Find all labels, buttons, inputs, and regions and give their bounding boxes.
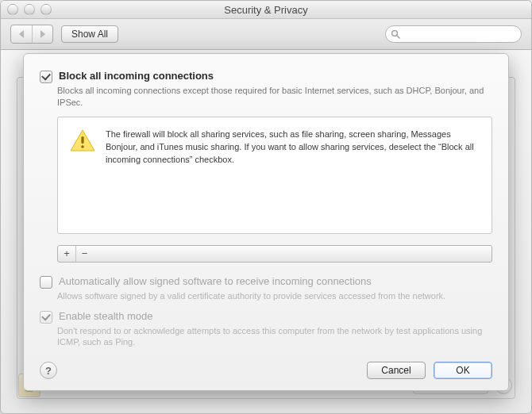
sheet-footer: ? Cancel OK [40,355,492,379]
traffic-lights [7,4,52,15]
close-window-icon[interactable] [7,4,18,15]
svg-point-4 [81,145,84,148]
firewall-options-sheet: Block all incoming connections Blocks al… [23,53,509,391]
back-button[interactable] [11,25,32,43]
auto-allow-desc: Allows software signed by a valid certif… [57,290,492,302]
block-all-label: Block all incoming connections [59,70,214,82]
titlebar: Security & Privacy [1,1,531,19]
stealth-checkbox [40,311,52,324]
search-icon [391,29,400,39]
warning-box: The firewall will block all sharing serv… [57,117,492,234]
cancel-button[interactable]: Cancel [367,362,426,379]
minimize-window-icon[interactable] [24,4,35,15]
stealth-desc: Don't respond to or acknowledge attempts… [57,325,492,349]
remove-button[interactable]: − [75,246,93,262]
forward-button[interactable] [32,25,52,43]
auto-allow-label: Automatically allow signed software to r… [59,275,372,287]
svg-rect-3 [81,136,83,144]
ok-button[interactable]: OK [434,362,492,379]
add-button[interactable]: + [58,246,75,262]
add-remove-control: + − [57,245,492,263]
triangle-right-icon [39,30,46,38]
window-title: Security & Privacy [1,4,531,16]
auto-allow-row: Automatically allow signed software to r… [40,275,492,289]
stealth-label: Enable stealth mode [59,310,153,322]
auto-allow-checkbox [40,276,52,289]
stealth-row: Enable stealth mode [40,310,492,324]
triangle-left-icon [18,30,25,38]
block-all-checkbox[interactable] [40,71,52,83]
warning-icon [69,128,96,152]
show-all-button[interactable]: Show All [61,25,118,43]
zoom-window-icon[interactable] [40,4,52,15]
toolbar: Show All [1,19,531,50]
help-button[interactable]: ? [40,362,57,379]
warning-text: The firewall will block all sharing serv… [106,128,479,167]
svg-line-1 [397,36,399,38]
nav-segmented [10,25,53,44]
search-input[interactable] [403,29,516,40]
block-all-desc: Blocks all incoming connections except t… [57,85,492,109]
block-all-row: Block all incoming connections [40,70,492,83]
prefs-window: Security & Privacy Show All Advanced… ? [0,0,532,414]
search-field[interactable] [385,25,522,43]
